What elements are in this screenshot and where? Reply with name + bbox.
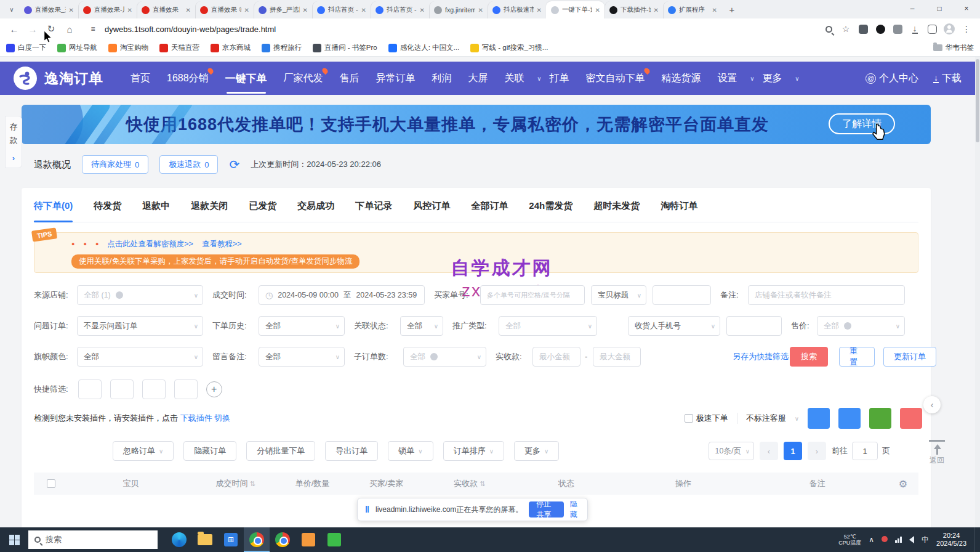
toolbar-button[interactable]: 导出订单	[325, 441, 378, 461]
nav-item[interactable]: 精选货源	[662, 72, 701, 85]
taskbar-app-doc-icon[interactable]	[295, 527, 321, 552]
order-status-tab[interactable]: 超时未发货	[593, 197, 640, 222]
price-select[interactable]: 全部∨	[817, 316, 905, 336]
back-icon[interactable]: ←	[6, 21, 22, 37]
order-status-tab[interactable]: 待发货	[94, 197, 121, 222]
tab-close-icon[interactable]: ✕	[595, 7, 600, 14]
extension-dark-icon[interactable]	[873, 22, 888, 36]
quick-filter-button[interactable]	[110, 380, 134, 399]
order-status-tab[interactable]: 退款关闭	[191, 197, 228, 222]
extensions-puzzle-icon[interactable]	[890, 22, 905, 36]
mode-action-button[interactable]	[838, 408, 861, 429]
reload-icon[interactable]: ↻	[43, 21, 59, 37]
prev-page-button[interactable]: ‹	[760, 442, 778, 460]
order-status-tab[interactable]: 已发货	[249, 197, 276, 222]
side-collapse-tab[interactable]: 存 款 ›	[5, 116, 22, 168]
profile-avatar[interactable]	[942, 22, 957, 36]
message-remark-select[interactable]: 全部∨	[259, 347, 345, 367]
title-field-select[interactable]: 宝贝标题∨	[591, 285, 646, 305]
min-amount-input[interactable]: 最小金额	[532, 347, 580, 367]
order-status-tab[interactable]: 交易成功	[297, 197, 334, 222]
toolbar-button[interactable]: 忽略订单	[113, 441, 174, 461]
promo-type-select[interactable]: 全部∨	[499, 316, 597, 336]
max-amount-input[interactable]: 最大金额	[593, 347, 641, 367]
save-quick-filter-link[interactable]: 另存为快捷筛选	[733, 347, 789, 367]
toolbar-button[interactable]: 订单排序	[443, 441, 504, 461]
browser-tab[interactable]: 直播效果_三 ✕	[20, 1, 78, 18]
browser-tab[interactable]: 拼多_严选比 ✕	[254, 1, 312, 18]
current-page-button[interactable]: 1	[784, 442, 802, 460]
order-status-tab[interactable]: 24h需发货	[529, 197, 572, 222]
start-button[interactable]	[0, 527, 28, 552]
table-column-header[interactable]: 实收款	[425, 478, 514, 489]
network-icon[interactable]	[895, 537, 902, 543]
browser-tab[interactable]: 直播效果 ⑧ ✕	[195, 1, 254, 18]
tab-close-icon[interactable]: ✕	[303, 7, 308, 14]
column-settings-gear-icon[interactable]: ⚙	[888, 478, 918, 490]
order-status-tab[interactable]: 下单记录	[355, 197, 392, 222]
scrollbar-thumb[interactable]	[976, 59, 979, 142]
nav-item[interactable]: 一键下单	[225, 71, 267, 86]
per-page-select[interactable]: 10条/页∨	[709, 442, 754, 460]
add-quick-filter-icon[interactable]: +	[206, 381, 222, 397]
window-maximize-button[interactable]: □	[926, 0, 953, 17]
taskbar-app-explorer-icon[interactable]	[192, 527, 218, 552]
tip-link-quota[interactable]: 点击此处查看解密额度>>	[107, 239, 193, 250]
nav-item[interactable]: 关联	[505, 72, 533, 85]
table-column-header[interactable]: 成交时间	[194, 478, 277, 489]
browser-tab[interactable]: 直播效果-川 ✕	[78, 1, 137, 18]
address-url[interactable]: dywebs.1tsoft.com/douyin-web/pages/trade…	[105, 25, 819, 34]
refresh-icon[interactable]: ⟳	[229, 158, 239, 171]
title-keyword-input[interactable]	[653, 285, 711, 305]
promo-banner[interactable]: 快使用1688代发推单吧！支持手机大单量推单，专属私密价，无需解密平台面单直发 …	[22, 105, 931, 144]
deal-time-range[interactable]: ◷ 2024-05-09 00:00 至 2024-05-23 23:59	[259, 285, 425, 305]
tip-link-tutorial[interactable]: 查看教程>>	[202, 239, 242, 250]
page-scrollbar[interactable]	[975, 57, 980, 527]
nav-item[interactable]: 利润	[432, 72, 452, 85]
tab-close-icon[interactable]: ✕	[186, 7, 191, 14]
browser-tab[interactable]: 下载插件-逸 ✕	[604, 1, 663, 18]
bookmark-star-icon[interactable]: ☆	[838, 22, 853, 36]
bookmark-item[interactable]: 直播间 - 书签Pro	[313, 43, 377, 52]
site-brand[interactable]: 逸淘订单	[44, 69, 103, 88]
browser-tab[interactable]: 直播效果 ✕	[137, 1, 195, 18]
bookmark-folder[interactable]: 华韦书签	[933, 43, 974, 52]
next-page-button[interactable]: ›	[808, 442, 826, 460]
taskbar-app-chrome-icon[interactable]	[270, 527, 295, 552]
tab-close-icon[interactable]: ✕	[127, 7, 132, 14]
buyer-order-input[interactable]: 多个单号可用空格/逗号分隔	[480, 285, 585, 305]
mode-action-button[interactable]	[808, 408, 830, 429]
tray-expand-icon[interactable]: ∧	[869, 535, 874, 544]
nav-item[interactable]: 售后	[340, 72, 359, 85]
quick-filter-button[interactable]	[174, 380, 198, 399]
nav-item[interactable]: 1688分销	[167, 72, 209, 85]
nav-item[interactable]: 首页	[131, 72, 150, 85]
checkbox-icon[interactable]	[685, 414, 693, 423]
toolbar-button[interactable]: 隐藏订单	[183, 441, 236, 461]
nav-item[interactable]: 更多	[763, 72, 791, 85]
site-logo[interactable]	[14, 67, 37, 90]
tab-close-icon[interactable]: ✕	[654, 7, 659, 14]
show-desktop-strip[interactable]	[974, 527, 976, 552]
download-link[interactable]: ↓ 下载	[933, 72, 962, 85]
ime-indicator[interactable]: 中	[922, 535, 929, 545]
site-info-icon[interactable]: ≡	[87, 23, 98, 34]
zoom-icon[interactable]	[821, 22, 836, 36]
bookmark-item[interactable]: 天猫直营	[159, 43, 199, 52]
browser-tab[interactable]: 抖店首页 -| ✕	[312, 1, 371, 18]
hide-share-link[interactable]: 隐藏	[570, 499, 580, 520]
remark-input[interactable]: 店铺备注或者软件备注	[748, 285, 905, 305]
pending-merchant-button[interactable]: 待商家处理 0	[82, 155, 148, 174]
extension-tampermonkey-icon[interactable]	[856, 22, 870, 36]
profile-center-link[interactable]: @ 个人中心	[866, 72, 918, 85]
quick-filter-button[interactable]	[142, 380, 166, 399]
tab-close-icon[interactable]: ✕	[420, 7, 425, 14]
order-status-tab[interactable]: 待下单(0)	[34, 197, 73, 222]
browser-tab[interactable]: 一键下单-逸 ✕	[546, 1, 604, 18]
goto-page-input[interactable]: 1	[852, 442, 878, 460]
suborder-count-select[interactable]: 全部∨	[403, 347, 486, 367]
cpu-temp-widget[interactable]: 52℃CPU温度	[838, 534, 861, 546]
expand-arrow-icon[interactable]: ›	[12, 153, 15, 163]
relation-state-select[interactable]: 全部∨	[400, 316, 443, 336]
nav-item[interactable]: 厂家代发	[284, 72, 323, 85]
